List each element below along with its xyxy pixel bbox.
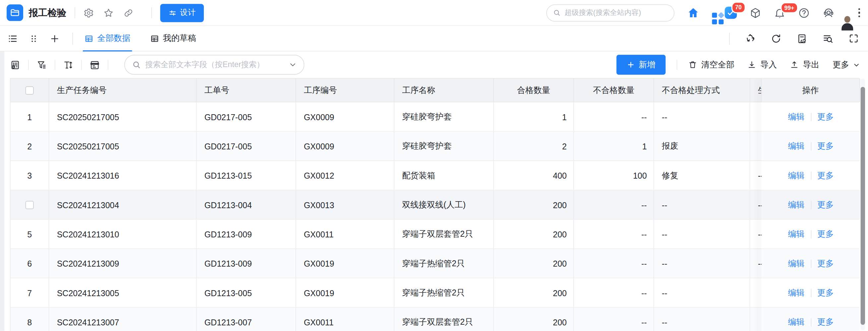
edit-link[interactable]: 编辑 bbox=[788, 112, 805, 122]
row-index-cell[interactable]: 7 bbox=[10, 278, 50, 307]
table-row[interactable]: 6 SC20241213009 GD1213-009 GX0019 穿端子热缩管… bbox=[10, 249, 859, 278]
clear-all-button[interactable]: 清空全部 bbox=[688, 59, 734, 70]
select-all-checkbox[interactable] bbox=[26, 86, 34, 94]
row-index-cell[interactable]: 1 bbox=[10, 102, 50, 131]
row-index-cell[interactable]: 5 bbox=[10, 220, 50, 249]
row-index-cell[interactable]: 6 bbox=[10, 249, 50, 278]
row-more-link[interactable]: 更多 bbox=[817, 141, 834, 151]
import-button[interactable]: 导入 bbox=[748, 59, 777, 70]
column-header-qualified[interactable]: 合格数量 bbox=[494, 79, 574, 102]
table-row[interactable]: 2 SC20250217005 GD0217-005 GX0009 穿硅胶弯护套… bbox=[10, 132, 859, 161]
divider bbox=[151, 7, 152, 18]
notifications-bell-icon[interactable]: 99+ bbox=[774, 7, 785, 19]
view-list-icon[interactable] bbox=[8, 33, 18, 44]
share-link-icon[interactable] bbox=[123, 8, 134, 18]
divider bbox=[677, 60, 677, 70]
row-more-link[interactable]: 更多 bbox=[817, 317, 834, 327]
column-header-handling[interactable]: 不合格处理方式 bbox=[654, 79, 750, 102]
favorite-star-icon[interactable] bbox=[103, 8, 114, 18]
column-header-unqualified[interactable]: 不合格数量 bbox=[574, 79, 654, 102]
add-view-plus-icon[interactable] bbox=[50, 33, 60, 44]
table-row[interactable]: 5 SC20241213010 GD1213-009 GX0011 穿端子双层套… bbox=[10, 220, 859, 249]
row-more-link[interactable]: 更多 bbox=[817, 287, 834, 298]
row-more-link[interactable]: 更多 bbox=[817, 258, 834, 269]
cell-task-no: SC20241213005 bbox=[49, 278, 196, 307]
column-header-truncated[interactable]: 生 bbox=[750, 79, 762, 102]
row-more-link[interactable]: 更多 bbox=[817, 229, 834, 239]
row-more-link[interactable]: 更多 bbox=[817, 112, 834, 122]
row-more-link[interactable]: 更多 bbox=[817, 199, 834, 210]
table-search-input[interactable]: 搜索全部文本字段（按Enter搜索） bbox=[124, 55, 304, 75]
help-icon[interactable] bbox=[798, 7, 810, 19]
todo-icon[interactable]: 70 bbox=[724, 7, 737, 19]
add-record-label: 新增 bbox=[639, 59, 655, 70]
cell-actions: 编辑 更多 bbox=[762, 278, 860, 307]
tab-my-drafts[interactable]: 我的草稿 bbox=[149, 26, 197, 52]
refresh-icon[interactable] bbox=[771, 33, 782, 44]
column-header-actions: 操作 bbox=[762, 79, 860, 102]
row-checkbox[interactable] bbox=[26, 200, 34, 209]
filter-icon[interactable] bbox=[36, 59, 47, 70]
resource-cube-icon[interactable] bbox=[749, 7, 761, 19]
export-button[interactable]: 导出 bbox=[790, 59, 819, 70]
cell-truncated: -- bbox=[750, 161, 762, 190]
edit-link[interactable]: 编辑 bbox=[788, 258, 805, 269]
chevron-down-icon[interactable] bbox=[289, 61, 297, 68]
card-view-icon[interactable] bbox=[90, 59, 100, 70]
edit-link[interactable]: 编辑 bbox=[788, 141, 805, 151]
drag-dots-icon[interactable] bbox=[29, 34, 38, 43]
cell-process-name: 双线接双线(人工) bbox=[394, 190, 494, 219]
table-row[interactable]: 8 SC20241213007 GD1213-007 GX0011 穿端子双层套… bbox=[10, 308, 859, 331]
more-actions-button[interactable]: 更多 bbox=[833, 59, 860, 70]
tab-all-data[interactable]: 全部数据 bbox=[83, 26, 132, 52]
column-header-task-no[interactable]: 生产任务编号 bbox=[49, 79, 196, 102]
divider bbox=[811, 259, 811, 268]
row-index-cell[interactable] bbox=[10, 190, 50, 219]
cell-qualified: 1 bbox=[494, 102, 574, 131]
edit-link[interactable]: 编辑 bbox=[788, 287, 805, 298]
todo-badge: 70 bbox=[731, 2, 745, 13]
row-index-cell[interactable]: 3 bbox=[10, 161, 50, 190]
add-record-button[interactable]: 新增 bbox=[617, 55, 666, 75]
table-row[interactable]: 7 SC20241213005 GD1213-005 GX0019 穿端子热缩管… bbox=[10, 278, 859, 307]
column-header-process-name[interactable]: 工序名称 bbox=[394, 79, 494, 102]
vertical-scrollbar-thumb[interactable] bbox=[861, 87, 865, 325]
table-header-row: 生产任务编号 工单号 工序编号 工序名称 合格数量 不合格数量 不合格处理方式 … bbox=[10, 78, 859, 102]
design-button[interactable]: 设计 bbox=[160, 4, 204, 22]
table-row[interactable]: 3 SC20241213016 GD1213-015 GX0012 配货装箱 4… bbox=[10, 161, 859, 190]
row-more-link[interactable]: 更多 bbox=[817, 170, 834, 181]
edit-link[interactable]: 编辑 bbox=[788, 229, 805, 239]
cell-actions: 编辑 更多 bbox=[762, 102, 860, 131]
cell-truncated: -- bbox=[750, 249, 762, 278]
more-kebab-icon[interactable] bbox=[857, 7, 861, 18]
fullscreen-icon[interactable] bbox=[849, 33, 859, 44]
global-search-input[interactable]: 超级搜索(搜索全站内容) bbox=[546, 4, 675, 22]
table-row[interactable]: SC20241213004 GD1213-004 GX0013 双线接双线(人工… bbox=[10, 190, 859, 219]
cell-actions: 编辑 更多 bbox=[762, 249, 860, 278]
notifications-badge: 99+ bbox=[780, 2, 798, 13]
settings-gear-icon[interactable] bbox=[84, 8, 94, 18]
recycle-bin-icon[interactable] bbox=[745, 33, 756, 44]
home-icon[interactable] bbox=[687, 7, 699, 19]
divider bbox=[55, 60, 55, 70]
row-index-cell[interactable]: 8 bbox=[10, 308, 50, 331]
row-index-cell[interactable]: 2 bbox=[10, 132, 50, 161]
data-table: 生产任务编号 工单号 工序编号 工序名称 合格数量 不合格数量 不合格处理方式 … bbox=[10, 78, 859, 331]
filter-search-icon[interactable] bbox=[823, 33, 834, 44]
column-header-process-no[interactable]: 工序编号 bbox=[296, 79, 394, 102]
table-body: 1 SC20250217005 GD0217-005 GX0009 穿硅胶弯护套… bbox=[10, 102, 859, 331]
edit-link[interactable]: 编辑 bbox=[788, 317, 805, 327]
cell-process-no: GX0019 bbox=[296, 249, 394, 278]
form-link-icon[interactable] bbox=[797, 33, 808, 44]
tab-label: 全部数据 bbox=[97, 33, 130, 44]
row-height-icon[interactable] bbox=[63, 59, 73, 70]
cell-truncated bbox=[750, 308, 762, 331]
cell-actions: 编辑 更多 bbox=[762, 161, 860, 190]
support-headset-icon[interactable] bbox=[822, 7, 835, 19]
edit-link[interactable]: 编辑 bbox=[788, 170, 805, 181]
column-header-work-order[interactable]: 工单号 bbox=[196, 79, 296, 102]
table-row[interactable]: 1 SC20250217005 GD0217-005 GX0009 穿硅胶弯护套… bbox=[10, 102, 859, 132]
edit-link[interactable]: 编辑 bbox=[788, 199, 805, 210]
column-settings-icon[interactable] bbox=[10, 59, 21, 70]
cell-unqualified: -- bbox=[574, 220, 654, 249]
